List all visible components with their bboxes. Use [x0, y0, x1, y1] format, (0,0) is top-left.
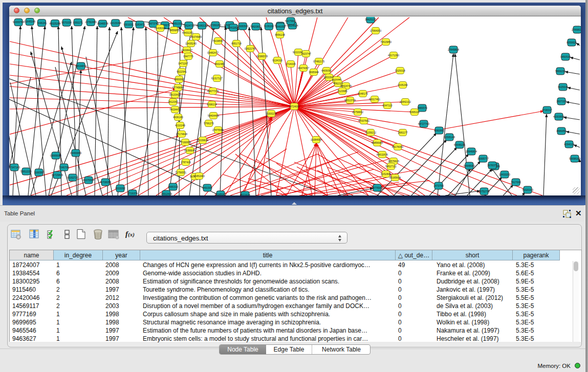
svg-text:01436349: 01436349 — [155, 27, 166, 30]
svg-text:27868011: 27868011 — [572, 28, 581, 31]
svg-text:9335290: 9335290 — [398, 83, 408, 86]
svg-text:9134316: 9134316 — [272, 59, 282, 62]
svg-text:36995777: 36995777 — [477, 157, 489, 160]
svg-text:47174648: 47174648 — [176, 133, 187, 136]
svg-text:7889579: 7889579 — [417, 106, 427, 110]
svg-text:15300274: 15300274 — [266, 112, 277, 115]
svg-text:1473799: 1473799 — [433, 184, 444, 187]
svg-text:2787429: 2787429 — [181, 161, 191, 164]
svg-text:77190659: 77190659 — [180, 141, 191, 144]
svg-text:51079911: 51079911 — [285, 19, 296, 23]
svg-text:7123685: 7123685 — [337, 90, 347, 93]
svg-text:9022941: 9022941 — [177, 70, 187, 73]
svg-text:8951718: 8951718 — [231, 42, 242, 45]
svg-text:9301031: 9301031 — [124, 23, 134, 26]
svg-text:50752735: 50752735 — [478, 190, 490, 193]
svg-text:6398214: 6398214 — [207, 103, 217, 106]
svg-text:84677378: 84677378 — [207, 90, 219, 93]
svg-text:73515850: 73515850 — [380, 40, 391, 43]
svg-text:24008427: 24008427 — [181, 49, 192, 52]
svg-text:61595148: 61595148 — [444, 136, 455, 139]
svg-text:5183473: 5183473 — [135, 23, 145, 26]
svg-text:99856984: 99856984 — [372, 141, 383, 144]
svg-text:0033092: 0033092 — [115, 187, 125, 190]
svg-text:5766270: 5766270 — [204, 122, 214, 125]
svg-text:85165604: 85165604 — [389, 176, 401, 179]
svg-text:13315098: 13315098 — [110, 21, 121, 25]
svg-text:36576615: 36576615 — [388, 160, 399, 163]
svg-text:07482175: 07482175 — [313, 60, 324, 63]
svg-text:02621745: 02621745 — [245, 47, 256, 50]
svg-text:54948083: 54948083 — [464, 164, 475, 167]
svg-text:90162720: 90162720 — [67, 176, 78, 179]
svg-text:4210249: 4210249 — [175, 124, 185, 127]
svg-text:4294019: 4294019 — [564, 143, 574, 146]
svg-text:43171390: 43171390 — [388, 54, 399, 57]
svg-text:4556238: 4556238 — [275, 33, 285, 36]
svg-text:09133412: 09133412 — [169, 93, 181, 96]
svg-text:18724007: 18724007 — [289, 105, 300, 108]
svg-text:91669784: 91669784 — [13, 20, 24, 24]
svg-text:75339636: 75339636 — [197, 139, 208, 142]
svg-text:22782489: 22782489 — [85, 20, 96, 24]
svg-text:0391171: 0391171 — [73, 21, 83, 24]
svg-text:05466889: 05466889 — [70, 151, 81, 155]
svg-text:13435240: 13435240 — [185, 42, 197, 45]
svg-text:03482477: 03482477 — [207, 51, 219, 54]
svg-text:0932480: 0932480 — [214, 62, 225, 65]
svg-text:55812236: 55812236 — [20, 170, 32, 173]
svg-text:59317461: 59317461 — [369, 98, 380, 101]
svg-text:9570154: 9570154 — [61, 21, 72, 24]
svg-text:1724005: 1724005 — [286, 62, 296, 65]
svg-text:71756551: 71756551 — [175, 171, 186, 174]
svg-text:5869232: 5869232 — [555, 70, 565, 73]
svg-text:22842102: 22842102 — [400, 100, 411, 103]
svg-text:67749649: 67749649 — [172, 86, 184, 89]
svg-text:3678377: 3678377 — [487, 164, 497, 167]
svg-text:71159212: 71159212 — [365, 131, 376, 134]
svg-text:61317127: 61317127 — [211, 77, 223, 80]
svg-text:89611836: 89611836 — [377, 153, 388, 156]
svg-text:2681177: 2681177 — [398, 131, 407, 134]
svg-text:2719374: 2719374 — [127, 192, 138, 195]
svg-text:72624731: 72624731 — [183, 24, 194, 27]
svg-text:3166587: 3166587 — [34, 171, 44, 174]
svg-text:38346578: 38346578 — [97, 22, 108, 25]
svg-text:0450533: 0450533 — [560, 55, 571, 58]
svg-text:8708317: 8708317 — [542, 108, 552, 112]
svg-text:96513709: 96513709 — [344, 99, 356, 102]
svg-text:77360260: 77360260 — [210, 24, 221, 27]
svg-text:6025634: 6025634 — [558, 85, 568, 89]
svg-text:29946804: 29946804 — [466, 150, 477, 153]
svg-text:4936183: 4936183 — [173, 116, 183, 119]
svg-text:5395024: 5395024 — [409, 111, 420, 114]
svg-text:27875588: 27875588 — [212, 128, 224, 132]
svg-text:43303654: 43303654 — [553, 115, 564, 118]
svg-text:76038597: 76038597 — [212, 39, 224, 42]
svg-text:23374989: 23374989 — [190, 35, 202, 38]
svg-text:68727743: 68727743 — [418, 122, 429, 125]
svg-text:13433200: 13433200 — [499, 173, 510, 176]
svg-text:3695944: 3695944 — [309, 71, 319, 74]
svg-text:7923747: 7923747 — [301, 52, 311, 55]
svg-text:1640052: 1640052 — [275, 25, 286, 28]
svg-text:76320163: 76320163 — [522, 188, 533, 191]
svg-text:0047113: 0047113 — [382, 104, 392, 107]
svg-text:17964053: 17964053 — [370, 29, 381, 32]
svg-text:74034471: 74034471 — [169, 108, 181, 111]
svg-text:65375564: 65375564 — [83, 179, 94, 182]
svg-text:29912419: 29912419 — [161, 192, 172, 195]
svg-text:4966319: 4966319 — [168, 185, 178, 188]
svg-text:87347143: 87347143 — [9, 166, 20, 169]
svg-text:01845146: 01845146 — [24, 20, 35, 23]
svg-text:58404499: 58404499 — [208, 114, 219, 117]
svg-text:78856855: 78856855 — [168, 29, 180, 32]
svg-text:1491905: 1491905 — [202, 186, 212, 189]
svg-text:61586578: 61586578 — [256, 55, 268, 58]
svg-text:54527111: 54527111 — [385, 165, 397, 168]
svg-text:8059826: 8059826 — [567, 41, 577, 44]
svg-text:44431351: 44431351 — [182, 31, 193, 34]
svg-text:7048281: 7048281 — [37, 21, 47, 25]
svg-text:5329318: 5329318 — [395, 69, 405, 72]
svg-text:0471167: 0471167 — [178, 62, 188, 65]
